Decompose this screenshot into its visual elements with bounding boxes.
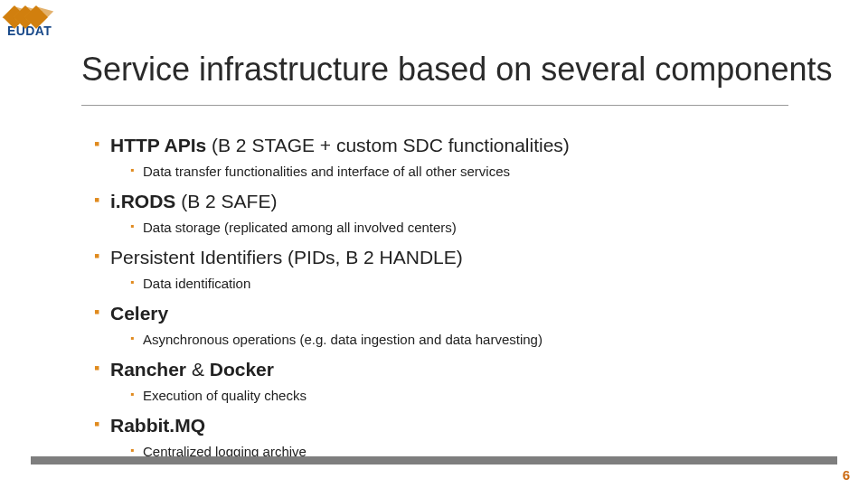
item-rest: Persistent Identifiers (PIDs, B 2 HANDLE… bbox=[110, 247, 463, 267]
list-item: Rabbit.MQ Centralized logging archive bbox=[94, 414, 790, 461]
list-item: Rancher & Docker Execution of quality ch… bbox=[94, 358, 790, 405]
sub-list: Data transfer functionalities and interf… bbox=[130, 164, 790, 181]
sub-item: Execution of quality checks bbox=[130, 388, 790, 405]
item-rest: (B 2 SAFE) bbox=[181, 191, 277, 211]
item-bold: Rancher bbox=[110, 359, 192, 380]
bullet-list: HTTP APIs (B 2 STAGE + custom SDC functi… bbox=[94, 134, 790, 470]
slide: EUDAT Service infrastructure based on se… bbox=[0, 0, 868, 488]
item-bold-2: Docker bbox=[210, 359, 274, 380]
list-item: Celery Asynchronous operations (e.g. dat… bbox=[94, 302, 790, 349]
item-text: Rabbit.MQ bbox=[94, 414, 790, 437]
item-text: Rancher & Docker bbox=[94, 358, 790, 381]
sub-list: Asynchronous operations (e.g. data inges… bbox=[130, 332, 790, 349]
sub-list: Data identification bbox=[130, 276, 790, 293]
item-rest: (B 2 STAGE + custom SDC functionalities) bbox=[212, 135, 570, 155]
list-item: i.RODS (B 2 SAFE) Data storage (replicat… bbox=[94, 190, 790, 237]
list-item: Persistent Identifiers (PIDs, B 2 HANDLE… bbox=[94, 246, 790, 293]
page-number: 6 bbox=[843, 467, 850, 483]
sub-item: Asynchronous operations (e.g. data inges… bbox=[130, 332, 790, 349]
page-title: Service infrastructure based on several … bbox=[81, 51, 832, 89]
brand-logo: EUDAT bbox=[9, 5, 52, 38]
item-text: i.RODS (B 2 SAFE) bbox=[94, 190, 790, 213]
sub-item: Data storage (replicated among all invol… bbox=[130, 220, 790, 237]
list-item: HTTP APIs (B 2 STAGE + custom SDC functi… bbox=[94, 134, 790, 181]
sub-list: Execution of quality checks bbox=[130, 388, 790, 405]
item-bold: Celery bbox=[110, 303, 168, 324]
title-rule bbox=[81, 105, 788, 106]
item-text: Celery bbox=[94, 302, 790, 325]
item-text: Persistent Identifiers (PIDs, B 2 HANDLE… bbox=[94, 246, 790, 269]
sub-item: Data identification bbox=[130, 276, 790, 293]
footer-bar bbox=[31, 456, 837, 465]
item-bold: HTTP APIs bbox=[110, 135, 212, 155]
item-rest: & bbox=[192, 359, 210, 380]
item-bold: i.RODS bbox=[110, 191, 181, 211]
sub-item: Data transfer functionalities and interf… bbox=[130, 164, 790, 181]
item-text: HTTP APIs (B 2 STAGE + custom SDC functi… bbox=[94, 134, 790, 157]
sub-list: Data storage (replicated among all invol… bbox=[130, 220, 790, 237]
item-bold: Rabbit.MQ bbox=[110, 415, 205, 436]
logo-cubes-icon bbox=[9, 5, 52, 22]
